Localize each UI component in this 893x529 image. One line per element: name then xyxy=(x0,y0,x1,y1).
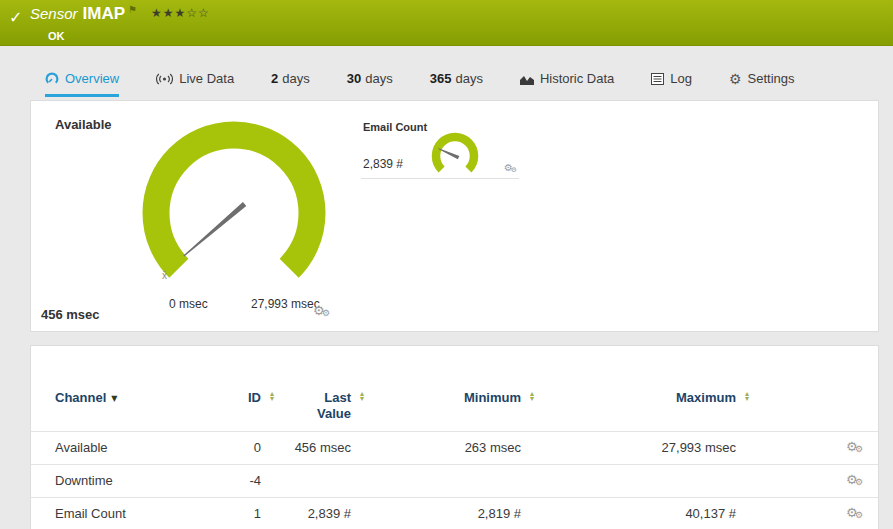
cell-minimum: 263 msec xyxy=(411,432,521,464)
sort-direction-icon: ▼ xyxy=(111,394,117,403)
tab-label: Log xyxy=(670,71,692,86)
tab-num: 30 xyxy=(347,71,361,86)
status-badge: OK xyxy=(48,30,65,42)
gauge-settings-icon[interactable]: ⚙ ⚙ xyxy=(504,163,519,175)
gear-icon-small: ⚙ xyxy=(855,478,863,487)
sort-icon[interactable]: ▴▾ xyxy=(357,391,367,401)
tab-365-days[interactable]: 365 days xyxy=(430,63,483,97)
gauge-average-marker: x̄ xyxy=(162,270,167,281)
cell-last-value: 456 msec xyxy=(271,432,351,464)
channel-settings-icon[interactable]: ⚙ ⚙ xyxy=(846,440,866,456)
gauge-max-label: 27,993 msec xyxy=(251,297,320,311)
cell-minimum: 2,819 # xyxy=(411,498,521,529)
column-header-label: Channel xyxy=(55,390,106,405)
tab-label: days xyxy=(282,71,309,86)
cell-maximum: 27,993 msec xyxy=(621,432,736,464)
tab-settings[interactable]: ⚙ Settings xyxy=(729,63,795,97)
status-ok-check-icon: ✓ xyxy=(9,8,22,27)
prtg-sensor-page: { "header": { "type_label": "Sensor", "n… xyxy=(0,0,893,529)
gear-icon-small: ⚙ xyxy=(322,309,330,318)
tab-label: Historic Data xyxy=(540,71,614,86)
gauge-settings-icon[interactable]: ⚙ ⚙ xyxy=(313,304,333,320)
gear-icon-small: ⚙ xyxy=(855,511,863,520)
channel-link[interactable]: Available xyxy=(55,432,108,464)
cell-id: 0 xyxy=(201,432,261,464)
channels-table-panel: Channel▼ ID ▴▾ Last Value ▴▾ Minimum ▴▾ … xyxy=(30,345,879,529)
tab-label: days xyxy=(365,71,392,86)
gauge-arc xyxy=(436,137,474,169)
channel-link[interactable]: Email Count xyxy=(55,498,126,529)
gauge-current-value: 456 msec xyxy=(41,307,100,322)
table-row: Downtime -4 ⚙ ⚙ xyxy=(31,464,878,497)
cell-id: -4 xyxy=(201,465,261,497)
sensor-type-label: Sensor xyxy=(30,5,78,22)
cell-last-value: 2,839 # xyxy=(271,498,351,529)
tab-30-days[interactable]: 30 days xyxy=(347,63,393,97)
tab-num: 365 xyxy=(430,71,452,86)
gear-icon-small: ⚙ xyxy=(511,167,517,174)
log-list-icon xyxy=(651,73,664,85)
table-row: Email Count 1 2,839 # 2,819 # 40,137 # ⚙… xyxy=(31,497,878,529)
cell-maximum: 40,137 # xyxy=(621,498,736,529)
sort-icon[interactable]: ▴▾ xyxy=(527,391,537,401)
column-header-channel[interactable]: Channel▼ xyxy=(55,390,117,405)
column-header-minimum[interactable]: Minimum xyxy=(411,390,521,405)
table-row: Available 0 456 msec 263 msec 27,993 mse… xyxy=(31,431,878,464)
overview-gauge-icon xyxy=(45,72,59,86)
tab-label: Overview xyxy=(65,71,119,86)
sensor-name: IMAP xyxy=(83,4,126,23)
tab-label: Live Data xyxy=(179,71,234,86)
sort-icon[interactable]: ▴▾ xyxy=(742,391,752,401)
tab-live-data[interactable]: Live Data xyxy=(156,63,234,97)
tab-label: days xyxy=(455,71,482,86)
live-data-icon xyxy=(156,73,173,85)
email-count-gauge-card[interactable]: Email Count 2,839 # ⚙ ⚙ xyxy=(361,113,519,179)
channel-settings-icon[interactable]: ⚙ ⚙ xyxy=(846,506,866,522)
tab-num: 2 xyxy=(271,71,278,86)
channel-link[interactable]: Downtime xyxy=(55,465,113,497)
settings-gear-icon: ⚙ xyxy=(729,71,742,87)
email-count-value: 2,839 # xyxy=(363,157,403,171)
gauge-arc xyxy=(156,135,312,268)
gauge-min-label: 0 msec xyxy=(169,297,208,311)
tab-label: Settings xyxy=(748,71,795,86)
tab-log[interactable]: Log xyxy=(651,63,692,97)
gauges-panel: Available x̄ 0 msec 27,993 msec 456 msec… xyxy=(30,100,879,332)
cell-id: 1 xyxy=(201,498,261,529)
column-header-last-value[interactable]: Last Value xyxy=(306,390,351,422)
column-header-maximum[interactable]: Maximum xyxy=(621,390,736,405)
sort-icon[interactable]: ▴▾ xyxy=(267,391,277,401)
tab-bar: Overview Live Data 2 days 30 days 365 da… xyxy=(0,63,893,97)
priority-stars[interactable]: ★★★☆☆ xyxy=(151,6,210,20)
tab-historic-data[interactable]: Historic Data xyxy=(520,63,614,97)
gauge-needle xyxy=(183,202,246,257)
tab-2-days[interactable]: 2 days xyxy=(271,63,310,97)
channel-settings-icon[interactable]: ⚙ ⚙ xyxy=(846,473,866,489)
email-count-title: Email Count xyxy=(363,121,427,133)
available-gauge[interactable]: x̄ xyxy=(114,101,354,311)
column-header-id[interactable]: ID xyxy=(201,390,261,405)
email-count-gauge[interactable] xyxy=(427,127,483,177)
channel-title-available: Available xyxy=(55,117,112,132)
table-header-row: Channel▼ ID ▴▾ Last Value ▴▾ Minimum ▴▾ … xyxy=(31,346,878,431)
tab-overview[interactable]: Overview xyxy=(45,63,119,97)
gear-icon-small: ⚙ xyxy=(855,445,863,454)
gauge-needle xyxy=(438,148,459,159)
historic-data-chart-icon xyxy=(520,73,534,85)
flag-icon[interactable]: ⚑ xyxy=(128,4,137,15)
sensor-title: SensorIMAP⚑★★★☆☆ xyxy=(30,4,210,24)
sensor-header: ✓ SensorIMAP⚑★★★☆☆ OK xyxy=(0,0,893,46)
